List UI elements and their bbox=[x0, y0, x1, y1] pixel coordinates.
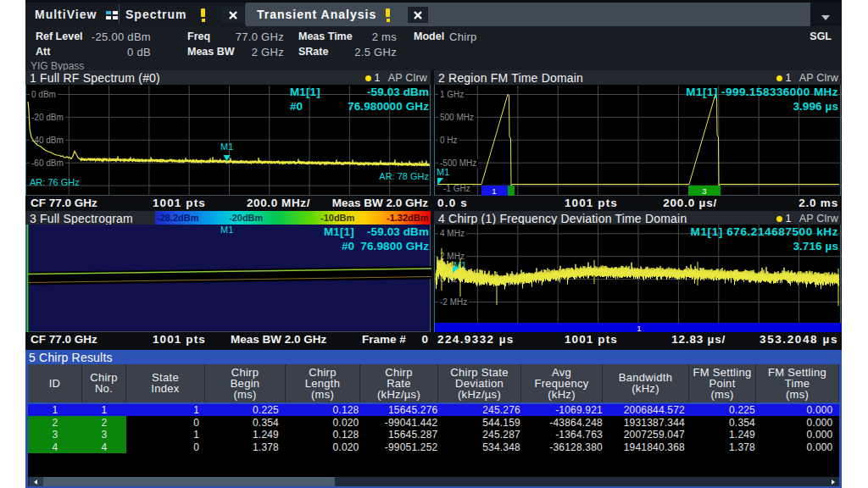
svg-text:3: 3 bbox=[702, 186, 706, 196]
svg-text:1: 1 bbox=[637, 324, 641, 333]
svg-text:1: 1 bbox=[492, 186, 496, 196]
